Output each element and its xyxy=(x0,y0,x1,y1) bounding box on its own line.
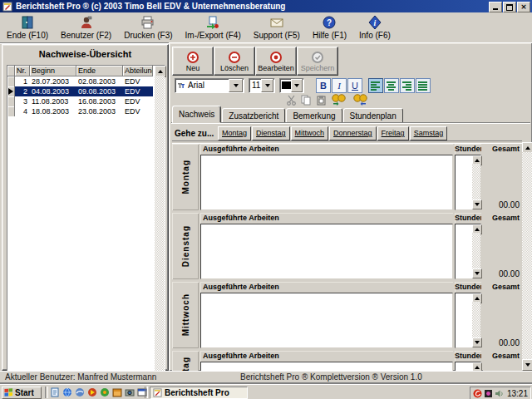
currency-convert-icon[interactable] xyxy=(331,94,347,106)
nachweise-grid[interactable]: Nr. Beginn Ende Abteilung 1 28.07.2003 0… xyxy=(7,65,165,392)
tab-nachweis[interactable]: Nachweis xyxy=(172,106,221,123)
neu-button[interactable]: Neu xyxy=(172,47,214,76)
gesamt-column: Gesamt 00.00 xyxy=(483,144,522,210)
daytab-mittwoch[interactable]: Mittwoch xyxy=(291,126,329,140)
minimize-button[interactable] xyxy=(489,2,502,12)
support-button[interactable]: Support (F5) xyxy=(250,13,303,42)
messenger-tray-icon[interactable] xyxy=(484,389,493,398)
grid-scrollbar[interactable] xyxy=(155,66,165,392)
stunden-list[interactable] xyxy=(455,362,481,371)
tab-zusatzbericht[interactable]: Zusatzbericht xyxy=(222,108,285,123)
app-icon xyxy=(153,388,162,397)
paste-icon[interactable] xyxy=(316,95,327,106)
ende-button[interactable]: Ende (F10) xyxy=(3,13,52,42)
daytab-montag[interactable]: Montag xyxy=(218,126,251,140)
bearbeiten-label: Bearbeiten xyxy=(258,64,294,72)
stunden-header: Stunden xyxy=(455,351,481,362)
camera-icon[interactable] xyxy=(125,387,135,397)
daytab-dienstag-label: Dienstag xyxy=(256,129,286,137)
stunden-scrollbar[interactable] xyxy=(472,155,480,209)
browser-icon[interactable] xyxy=(75,387,85,397)
arbeiten-textarea[interactable] xyxy=(200,155,453,210)
help-icon: ? xyxy=(322,15,337,30)
scroll-track[interactable] xyxy=(155,76,165,382)
scroll-track[interactable] xyxy=(522,152,532,361)
align-left-button[interactable] xyxy=(368,78,383,93)
hilfe-button[interactable]: ? Hilfe (F1) xyxy=(309,13,350,42)
size-dropdown-button[interactable] xyxy=(261,79,273,92)
font-dropdown-button[interactable] xyxy=(229,79,243,92)
internet-globe-icon[interactable] xyxy=(62,387,72,397)
antivirus-tray-icon[interactable] xyxy=(473,389,482,398)
scroll-down-button[interactable] xyxy=(472,268,482,278)
scroll-up-button[interactable] xyxy=(472,362,482,371)
copy-icon[interactable] xyxy=(301,95,312,106)
stunden-list[interactable] xyxy=(455,155,481,210)
tab-bemerkung-label: Bemerkung xyxy=(293,111,335,121)
arbeiten-textarea[interactable] xyxy=(200,362,453,371)
col-nr[interactable]: Nr. xyxy=(15,66,30,76)
table-row-selected[interactable]: 2 04.08.2003 09.08.2003 EDV xyxy=(7,86,153,96)
scroll-track[interactable] xyxy=(472,164,480,201)
drucken-button[interactable]: Drucken (F3) xyxy=(121,13,175,42)
hilfe-label: Hilfe (F1) xyxy=(313,31,347,40)
editor-scrollbar[interactable] xyxy=(522,142,532,371)
align-left-icon xyxy=(371,81,381,91)
stunden-scrollbar[interactable] xyxy=(472,293,480,347)
arrow-down-icon xyxy=(475,272,480,275)
scroll-track[interactable] xyxy=(472,233,480,270)
color-dropdown-button[interactable] xyxy=(291,79,303,92)
scroll-down-button[interactable] xyxy=(472,337,482,347)
player-green-icon[interactable] xyxy=(100,387,110,397)
stunden-scrollbar[interactable] xyxy=(472,362,480,371)
align-justify-button[interactable] xyxy=(416,78,431,93)
imexport-button[interactable]: Im-/Export (F4) xyxy=(182,13,244,42)
scroll-track[interactable] xyxy=(472,302,480,339)
align-right-icon xyxy=(402,81,412,91)
font-name-combo[interactable]: Arial xyxy=(175,78,244,93)
tab-stundenplan[interactable]: Stundenplan xyxy=(343,108,403,123)
align-right-button[interactable] xyxy=(400,78,415,93)
start-button[interactable]: Start xyxy=(2,387,42,399)
arbeiten-textarea[interactable] xyxy=(200,224,453,279)
color-swatch xyxy=(282,81,291,89)
stunden-list[interactable] xyxy=(455,293,481,348)
info-button[interactable]: i Info (F6) xyxy=(356,13,394,42)
media-red-icon[interactable] xyxy=(87,387,97,397)
folder-orange-icon[interactable] xyxy=(112,387,122,397)
bearbeiten-button[interactable]: Bearbeiten xyxy=(255,47,297,76)
italic-button[interactable]: I xyxy=(332,78,347,93)
scroll-down-button[interactable] xyxy=(522,359,532,371)
tab-bemerkung[interactable]: Bemerkung xyxy=(286,108,342,123)
close-button[interactable]: × xyxy=(517,2,530,12)
stunden-scrollbar[interactable] xyxy=(472,224,480,278)
align-center-button[interactable] xyxy=(384,78,399,93)
stunden-list[interactable] xyxy=(455,224,481,279)
restore-button[interactable] xyxy=(503,2,516,12)
taskbar-clock[interactable]: 13:21 xyxy=(507,389,528,398)
daytab-donnerstag[interactable]: Donnerstag xyxy=(329,126,377,140)
col-abteilung[interactable]: Abteilung xyxy=(123,66,153,76)
cut-icon[interactable] xyxy=(286,95,297,106)
arbeiten-textarea[interactable] xyxy=(200,293,453,348)
daytab-dienstag[interactable]: Dienstag xyxy=(252,126,290,140)
currency-back-icon[interactable] xyxy=(352,94,368,106)
font-color-combo[interactable] xyxy=(279,78,304,93)
speichern-button[interactable]: Speichern xyxy=(297,47,338,76)
document-icon[interactable] xyxy=(50,387,60,397)
taskbar-app-button[interactable]: Berichtsheft Pro xyxy=(150,387,248,399)
table-row[interactable]: 1 28.07.2003 02.08.2003 EDV xyxy=(7,76,153,86)
bold-button[interactable]: B xyxy=(316,78,331,93)
font-size-combo[interactable]: 11 xyxy=(249,78,275,93)
loeschen-button[interactable]: Löschen xyxy=(214,47,255,76)
col-ende[interactable]: Ende xyxy=(76,66,123,76)
scroll-down-button[interactable] xyxy=(472,200,482,209)
benutzer-button[interactable]: Benutzer (F2) xyxy=(57,13,115,42)
daytab-freitag[interactable]: Freitag xyxy=(377,126,409,140)
col-beginn[interactable]: Beginn xyxy=(30,66,76,76)
table-row[interactable]: 4 18.08.2003 23.08.2003 EDV xyxy=(7,106,153,116)
daytab-samstag[interactable]: Samstag xyxy=(410,126,448,140)
underline-button[interactable]: U xyxy=(347,78,362,93)
table-row[interactable]: 3 11.08.2003 16.08.2003 EDV xyxy=(7,96,153,106)
volume-tray-icon[interactable] xyxy=(495,389,504,398)
